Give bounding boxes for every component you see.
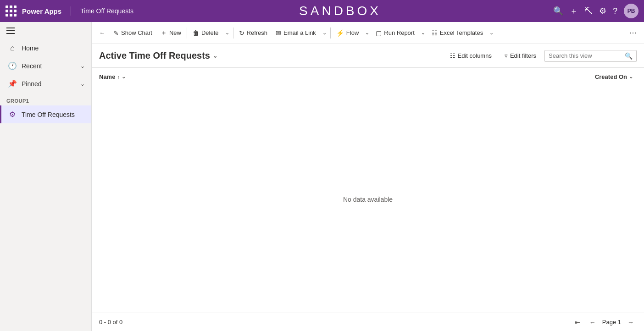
sidebar-item-recent[interactable]: 🕐 Recent ⌄ <box>0 57 91 75</box>
back-icon: ← <box>99 29 105 36</box>
sandbox-title: SANDBOX <box>299 4 381 18</box>
view-title[interactable]: Active Time Off Requests ⌄ <box>99 50 217 61</box>
top-bar-entity: Time Off Requests <box>80 7 133 15</box>
delete-label: Delete <box>201 29 219 36</box>
refresh-button[interactable]: ↻ Refresh <box>235 27 272 39</box>
run-report-button[interactable]: ▢ Run Report <box>372 27 418 39</box>
view-title-chevron-icon: ⌄ <box>213 53 217 59</box>
sidebar-pinned-label: Pinned <box>22 80 42 88</box>
run-report-label: Run Report <box>384 29 414 36</box>
search-box-icon[interactable]: 🔍 <box>625 52 633 60</box>
settings-icon[interactable]: ⚙ <box>599 6 606 16</box>
excel-templates-button[interactable]: ☷ Excel Templates <box>428 27 487 39</box>
sidebar: ⌂ Home 🕐 Recent ⌄ 📌 Pinned ⌄ Group1 ⚙ Ti… <box>0 22 92 331</box>
new-label: New <box>169 29 181 36</box>
refresh-label: Refresh <box>247 29 268 36</box>
delete-button[interactable]: 🗑 Delete <box>189 27 222 39</box>
footer-pagination: ⇤ ← Page 1 → <box>572 317 637 328</box>
edit-filters-icon: ▿ <box>505 52 508 59</box>
top-bar-right: 🔍 ＋ ⛏ ⚙ ? PB <box>547 4 638 18</box>
home-icon: ⌂ <box>8 44 17 52</box>
run-report-icon: ▢ <box>376 29 382 37</box>
sidebar-item-pinned[interactable]: 📌 Pinned ⌄ <box>0 75 91 93</box>
waffle-icon[interactable] <box>6 6 17 17</box>
show-chart-label: Show Chart <box>121 29 152 36</box>
command-bar: ← ✎ Show Chart ＋ New 🗑 Delete ⌄ ↻ Refres… <box>92 22 644 44</box>
search-input[interactable] <box>549 52 622 59</box>
next-page-button[interactable]: → <box>625 317 637 328</box>
sidebar-home-label: Home <box>22 44 39 52</box>
chart-icon: ✎ <box>113 29 119 37</box>
column-created-on[interactable]: Created On ⌄ <box>595 73 637 80</box>
edit-filters-label: Edit filters <box>510 52 536 59</box>
email-chevron-button[interactable]: ⌄ <box>321 27 328 39</box>
name-sort-icon: ↑ <box>117 74 120 80</box>
email-icon: ✉ <box>276 29 281 37</box>
search-icon[interactable]: 🔍 <box>553 6 563 16</box>
new-button[interactable]: ＋ New <box>157 26 185 40</box>
sidebar-hamburger[interactable] <box>0 22 91 39</box>
top-bar-left: Power Apps Time Off Requests <box>6 6 133 17</box>
cmd-separator-3 <box>330 28 331 39</box>
sidebar-recent-label: Recent <box>22 62 42 70</box>
edit-columns-icon: ☷ <box>450 52 455 59</box>
first-page-button[interactable]: ⇤ <box>572 317 583 328</box>
grid-body: No data available <box>92 86 644 313</box>
grid-header: Name ↑ ⌄ Created On ⌄ <box>92 68 644 86</box>
sidebar-item-time-off-requests[interactable]: ⚙ Time Off Requests <box>0 105 91 123</box>
delete-chevron-button[interactable]: ⌄ <box>223 27 231 39</box>
flow-button[interactable]: ⚡ Flow <box>333 27 362 39</box>
main-layout: ⌂ Home 🕐 Recent ⌄ 📌 Pinned ⌄ Group1 ⚙ Ti… <box>0 22 644 331</box>
sidebar-item-home[interactable]: ⌂ Home <box>0 39 91 57</box>
footer-count: 0 - 0 of 0 <box>99 319 122 325</box>
top-bar: Power Apps Time Off Requests SANDBOX 🔍 ＋… <box>0 0 644 22</box>
top-bar-center: SANDBOX <box>133 4 547 18</box>
excel-templates-label: Excel Templates <box>440 29 483 36</box>
sidebar-entity-label: Time Off Requests <box>22 111 75 118</box>
grid-footer: 0 - 0 of 0 ⇤ ← Page 1 → <box>92 313 644 331</box>
pinned-chevron-icon: ⌄ <box>80 81 85 87</box>
add-icon[interactable]: ＋ <box>570 6 578 17</box>
cmd-separator-2 <box>233 28 233 39</box>
column-name[interactable]: Name ↑ ⌄ <box>99 73 126 80</box>
view-header-actions: ☷ Edit columns ▿ Edit filters 🔍 <box>445 50 637 62</box>
view-title-text: Active Time Off Requests <box>99 50 210 61</box>
search-box: 🔍 <box>544 50 637 62</box>
cmd-separator-1 <box>187 28 187 39</box>
pinned-icon: 📌 <box>8 79 17 88</box>
flow-chevron-button[interactable]: ⌄ <box>363 27 371 39</box>
empty-message: No data available <box>343 196 393 203</box>
new-icon: ＋ <box>161 29 167 37</box>
more-commands-button[interactable]: ⋯ <box>626 26 640 40</box>
entity-icon: ⚙ <box>8 110 17 119</box>
top-bar-divider <box>71 6 71 16</box>
prev-page-button[interactable]: ← <box>587 317 599 328</box>
email-link-label: Email a Link <box>283 29 316 36</box>
column-created-on-label: Created On <box>595 73 627 80</box>
created-sort-icon: ⌄ <box>629 74 633 80</box>
view-header: Active Time Off Requests ⌄ ☷ Edit column… <box>92 44 644 68</box>
excel-icon: ☷ <box>432 29 438 37</box>
back-button[interactable]: ← <box>95 27 109 39</box>
show-chart-button[interactable]: ✎ Show Chart <box>110 27 156 39</box>
content-area: ← ✎ Show Chart ＋ New 🗑 Delete ⌄ ↻ Refres… <box>92 22 644 331</box>
name-sort-desc-icon: ⌄ <box>122 74 126 80</box>
app-name: Power Apps <box>22 7 61 15</box>
edit-columns-label: Edit columns <box>458 52 492 59</box>
help-icon[interactable]: ? <box>613 6 617 16</box>
page-label: Page 1 <box>602 319 621 325</box>
sidebar-group-label: Group1 <box>0 93 91 105</box>
edit-columns-button[interactable]: ☷ Edit columns <box>445 50 496 62</box>
recent-icon: 🕐 <box>8 61 17 70</box>
run-report-chevron-button[interactable]: ⌄ <box>419 27 427 39</box>
delete-icon: 🗑 <box>193 29 199 37</box>
email-link-button[interactable]: ✉ Email a Link <box>272 27 320 39</box>
column-name-label: Name <box>99 73 115 80</box>
avatar[interactable]: PB <box>624 4 638 18</box>
excel-chevron-button[interactable]: ⌄ <box>488 27 495 39</box>
filter-icon[interactable]: ⛏ <box>584 6 593 16</box>
flow-icon: ⚡ <box>336 29 344 37</box>
refresh-icon: ↻ <box>239 29 244 37</box>
flow-label: Flow <box>346 29 359 36</box>
edit-filters-button[interactable]: ▿ Edit filters <box>500 50 541 62</box>
